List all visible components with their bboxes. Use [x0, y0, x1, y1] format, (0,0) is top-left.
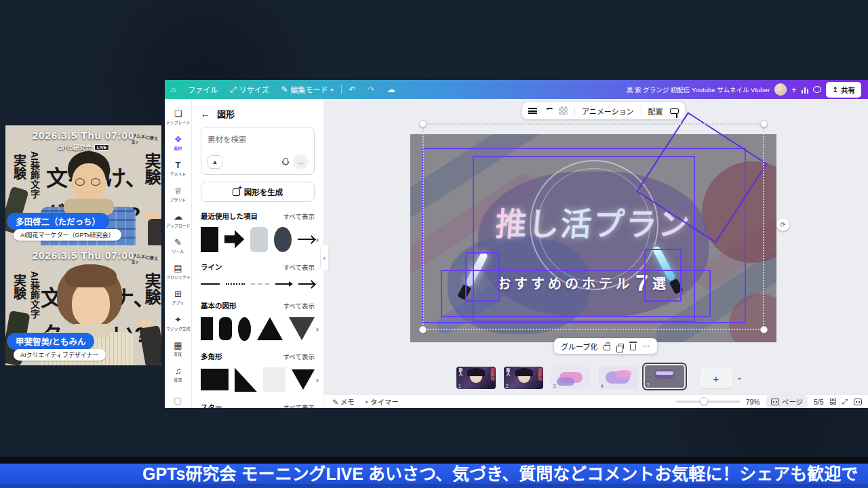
selection-handle-sw[interactable]: [419, 326, 427, 333]
ticker-bar: GPTs研究会 モーニングLIVE あいさつ、気づき、質問などコメントお気軽に！…: [0, 464, 868, 484]
show-all-basic[interactable]: すべて表示: [283, 301, 315, 310]
grid-view-icon[interactable]: [830, 399, 836, 405]
show-all-polygon[interactable]: すべて表示: [283, 352, 315, 361]
polygon-faint-square[interactable]: [263, 367, 285, 392]
add-member-button[interactable]: +: [791, 85, 797, 95]
thumb-blob: [557, 378, 574, 386]
line-arrow-open[interactable]: [298, 283, 315, 285]
edit-mode-label: 編集モード: [291, 84, 328, 95]
page-thumbnail-3[interactable]: 3: [551, 367, 591, 389]
glasses-left: [75, 178, 85, 186]
cloud-sync-button[interactable]: ☁: [381, 80, 401, 99]
zoom-slider[interactable]: [675, 401, 740, 403]
basic-circle[interactable]: [238, 317, 251, 341]
position-button[interactable]: 配置: [648, 106, 663, 117]
add-page-button[interactable]: +: [700, 368, 732, 388]
polygon-right-triangle[interactable]: [235, 367, 257, 392]
polygon-triangle-down[interactable]: [292, 369, 315, 390]
avatar[interactable]: [774, 83, 787, 96]
sidebar-item-text[interactable]: Tテキスト: [165, 156, 191, 182]
home-button[interactable]: ⌂: [165, 80, 182, 99]
search-submit-icon[interactable]: →: [293, 155, 308, 169]
more-options-icon[interactable]: ⋯: [642, 342, 650, 350]
transparency-icon[interactable]: [559, 106, 568, 115]
sidebar-item-audio[interactable]: ♫音源: [165, 362, 191, 388]
mic-icon[interactable]: [282, 158, 288, 166]
basic-triangle[interactable]: [257, 317, 283, 340]
sidebar-item-projects[interactable]: ▤プロジェクト: [165, 259, 191, 285]
ticker-top-strip: [0, 457, 868, 464]
sidebar-item-apps[interactable]: ⊞アプリ: [165, 285, 191, 310]
glasses-right: [91, 178, 100, 186]
search-input[interactable]: [208, 136, 308, 144]
pages-chevron-icon[interactable]: ⌄: [736, 373, 743, 382]
page-thumbnail-1[interactable]: 新人 初配信 1: [456, 367, 496, 389]
pages-view-button[interactable]: ページ: [766, 395, 808, 408]
timer-button[interactable]: ◔ タイマー: [364, 396, 399, 407]
poster-column-text: AI装飾文字: [28, 151, 41, 199]
scroll-rotate-button[interactable]: ⟳: [776, 218, 789, 231]
selection-handle-nw[interactable]: [419, 120, 427, 127]
poster-left-label: 実験: [9, 154, 28, 180]
home-icon: ⌂: [171, 85, 176, 94]
line-solid[interactable]: [201, 283, 220, 285]
row-more-chevron[interactable]: ›: [316, 324, 319, 334]
shape-arrow-line[interactable]: [298, 239, 315, 240]
animation-button[interactable]: アニメーション: [582, 106, 634, 117]
page-thumbnail-4[interactable]: 4: [599, 367, 638, 389]
image-search-icon[interactable]: ▲: [208, 155, 222, 169]
row-more-chevron[interactable]: ›: [316, 375, 319, 385]
shape-arrow-right[interactable]: [224, 228, 244, 250]
copy-style-icon[interactable]: [670, 108, 679, 114]
basic-square[interactable]: [201, 317, 213, 340]
generate-shapes-button[interactable]: 図形を生成: [201, 182, 315, 202]
edit-mode-menu[interactable]: ✎編集モード▾: [275, 80, 340, 99]
sidebar-item-magic-generate[interactable]: ✦マジック生成: [165, 310, 191, 336]
lock-icon[interactable]: [604, 345, 610, 350]
trash-icon[interactable]: [630, 344, 636, 350]
selection-handle-ne[interactable]: [760, 120, 768, 127]
back-arrow-icon[interactable]: ←: [201, 108, 210, 119]
insights-icon[interactable]: [802, 86, 809, 94]
document-title[interactable]: 黒 紫 グランジ 初配信 Youtube サムネイル Vtuber: [627, 85, 770, 94]
sidebar-item-uploads[interactable]: ☁アップロード: [165, 207, 191, 233]
page-thumbnail-5-selected[interactable]: 5: [642, 363, 687, 390]
spacing-icon[interactable]: [528, 108, 537, 114]
sidebar-item-brand[interactable]: ♕ブランド: [165, 182, 191, 207]
basic-triangle-down[interactable]: [289, 317, 315, 340]
notes-button[interactable]: ✎ メモ: [332, 396, 355, 407]
show-all-lines[interactable]: すべて表示: [283, 262, 315, 272]
shape-rounded-square[interactable]: [250, 227, 268, 252]
duplicate-icon[interactable]: [618, 344, 624, 349]
sidebar-item-partial[interactable]: ▢: [165, 388, 191, 408]
group-button[interactable]: グループ化: [561, 341, 597, 352]
fullscreen-icon[interactable]: ⤢: [842, 397, 848, 406]
file-menu[interactable]: ファイル: [182, 80, 224, 99]
curve-text-icon[interactable]: [543, 106, 553, 115]
basic-rounded-square[interactable]: [219, 317, 231, 340]
page-thumbnail-2[interactable]: 新人 初配信 2: [504, 367, 543, 389]
undo-button[interactable]: ↶: [343, 80, 362, 99]
zoom-level: 79%: [746, 398, 760, 406]
resize-menu[interactable]: ⤢リサイズ: [224, 80, 275, 99]
assistant-icon[interactable]: [854, 399, 862, 405]
comments-icon[interactable]: [813, 86, 821, 93]
sidebar-item-templates[interactable]: ❏テンプレート: [165, 104, 191, 130]
shape-black-square[interactable]: [201, 227, 218, 252]
line-arrow[interactable]: [275, 283, 292, 285]
show-all-recent[interactable]: すべて表示: [283, 211, 315, 221]
sidebar-item-tools[interactable]: ✎ツール: [165, 233, 191, 259]
zoom-slider-knob[interactable]: [700, 397, 708, 405]
panel-collapse-button[interactable]: ‹: [320, 244, 329, 271]
line-dotted[interactable]: [226, 283, 245, 285]
sidebar-item-elements[interactable]: ❖素材: [165, 130, 191, 156]
row-more-chevron[interactable]: ›: [316, 235, 319, 245]
shape-dark-circle[interactable]: [274, 227, 292, 252]
share-button[interactable]: ↥共有: [826, 82, 861, 98]
show-all-star[interactable]: すべて表示: [283, 403, 315, 409]
sidebar-item-photos[interactable]: ▦写真: [165, 336, 191, 362]
line-dashed[interactable]: [251, 283, 270, 285]
selection-handle-se[interactable]: [760, 326, 768, 333]
polygon-rectangle[interactable]: [201, 369, 229, 390]
redo-button[interactable]: ↷: [362, 80, 381, 99]
